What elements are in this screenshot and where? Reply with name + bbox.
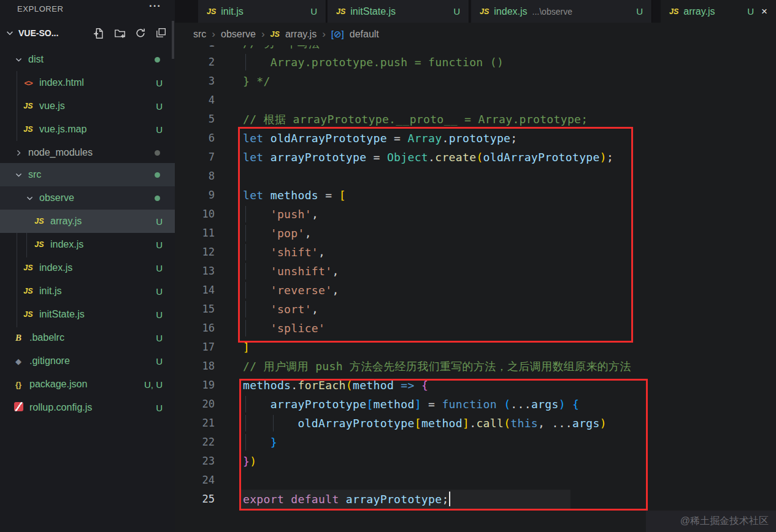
line-number: 13 [175,262,215,281]
js-file-icon: JS [33,217,45,226]
new-file-icon[interactable] [93,28,105,39]
tab-array-js[interactable]: JS array.js U × [661,0,776,23]
line-number: 20 [175,395,215,414]
tab-index-js[interactable]: JS index.js ...\observe U [471,0,652,23]
project-section-header[interactable]: VUE-SO... [0,23,175,43]
chevron-right-icon: › [261,28,265,40]
line-number: 9 [175,186,215,205]
line-number: 21 [175,414,215,433]
line-number: 10 [175,205,215,224]
tab-init-js[interactable]: JS init.js U [198,0,326,23]
tree-item-babelrc[interactable]: B .babelrc U [0,326,175,349]
explorer-more-actions-icon[interactable]: ··· [149,0,161,12]
tree-item-vue-js-map[interactable]: JS vue.js.map U [0,118,175,141]
babel-file-icon: B [12,333,25,343]
code-line[interactable]: Array.prototype.push = function () [243,53,504,72]
git-status-badge: U [156,403,163,413]
code-line[interactable]: // 用户调用 push 方法会先经历我们重写的方法，之后调用数组原来的方法 [243,357,631,376]
js-file-icon: JS [22,102,34,110]
git-status-badge: U, U [144,379,163,390]
code-line[interactable]: } */ [243,72,271,91]
line-number: 24 [175,471,215,490]
git-status-badge: U [156,124,163,135]
collapse-folders-icon[interactable] [155,28,166,39]
breadcrumb-src[interactable]: src [193,29,206,40]
git-status-badge: U [156,101,163,112]
line-number: 19 [175,376,215,395]
breadcrumb-observe[interactable]: observe [221,29,256,40]
html-file-icon: <> [22,78,34,88]
line-number: 12 [175,243,215,262]
git-status-badge: U [453,6,460,17]
tree-item-dist[interactable]: dist [0,48,175,71]
chevron-down-icon [13,171,23,179]
tree-item-initstate-js[interactable]: JS initState.js U [0,303,175,326]
tree-item-vue-js[interactable]: JS vue.js U [0,94,175,118]
git-status-badge: U [156,286,163,297]
git-status-badge: U [156,263,163,273]
line-number: 8 [175,167,215,186]
rollup-file-icon [12,402,25,414]
git-status-badge: U [156,333,163,343]
line-number: 22 [175,433,215,452]
js-file-icon: JS [22,264,34,272]
annotation-highlight-box-2 [239,379,648,511]
tree-item-array-js[interactable]: JS array.js U [0,210,175,233]
line-number: 17 [175,338,215,357]
line-number: 15 [175,300,215,319]
line-number: 23 [175,452,215,471]
git-status-badge: U [156,216,163,227]
git-modified-dot [155,172,160,178]
chevron-down-icon [25,194,34,202]
line-number: 3 [175,72,215,91]
git-status-badge: U [747,6,754,17]
tree-item-node-modules[interactable]: node_modules [0,141,175,164]
js-file-icon: JS [22,287,34,295]
annotation-highlight-box-1 [238,127,633,343]
tree-item-rollup-config-js[interactable]: rollup.config.js U [0,396,175,419]
git-modified-dot [155,196,160,201]
breadcrumb: src › observe › JS array.js › [⊘] defaul… [175,23,776,45]
code-line[interactable]: // 根据 arrayPrototype.__proto__ = Array.p… [243,110,588,129]
explorer-sidebar: EXPLORER ··· VUE-SO... [0,0,175,532]
chevron-right-icon [13,149,23,157]
js-file-icon: JS [33,240,45,249]
indent-guide [245,54,246,70]
tree-item-src[interactable]: src [0,163,175,186]
git-status-badge: U [636,6,643,17]
js-file-icon: JS [480,7,489,16]
explorer-title: EXPLORER [17,4,64,13]
watermark: @稀土掘金技术社区 [646,511,776,532]
line-number: 4 [175,91,215,110]
line-number: 14 [175,281,215,300]
chevron-down-icon [13,56,23,64]
json-file-icon: {} [12,380,25,389]
chevron-down-icon [5,29,15,37]
js-file-icon: JS [22,125,34,134]
git-status-badge: U [310,6,317,17]
close-icon[interactable]: × [761,6,767,18]
line-number: 18 [175,357,215,376]
tree-item-package-json[interactable]: {} package.json U, U [0,373,175,396]
breadcrumb-array-js[interactable]: array.js [285,29,317,40]
git-modified-dot [155,57,160,63]
breadcrumb-default[interactable]: default [350,29,379,40]
git-status-badge: U [156,78,163,88]
tree-item-src-index-js[interactable]: JS index.js U [0,256,175,279]
project-name: VUE-SO... [18,28,58,38]
new-folder-icon[interactable] [114,28,126,39]
line-number: 7 [175,148,215,167]
tree-item-gitignore[interactable]: ◆ .gitignore U [0,349,175,373]
tab-initstate-js[interactable]: JS initState.js U [328,0,469,23]
line-number: 25 [175,490,215,509]
chevron-right-icon: › [212,28,215,40]
line-number: 16 [175,319,215,338]
tree-item-observe[interactable]: observe [0,186,175,210]
line-number: 11 [175,224,215,243]
refresh-icon[interactable] [135,28,146,39]
line-number: 2 [175,53,215,72]
tree-item-init-js[interactable]: JS init.js U [0,279,175,303]
tree-item-observe-index-js[interactable]: JS index.js U [0,233,175,256]
vscode-window: EXPLORER ··· VUE-SO... [0,0,776,532]
tree-item-index-html[interactable]: <> index.html U [0,71,175,94]
